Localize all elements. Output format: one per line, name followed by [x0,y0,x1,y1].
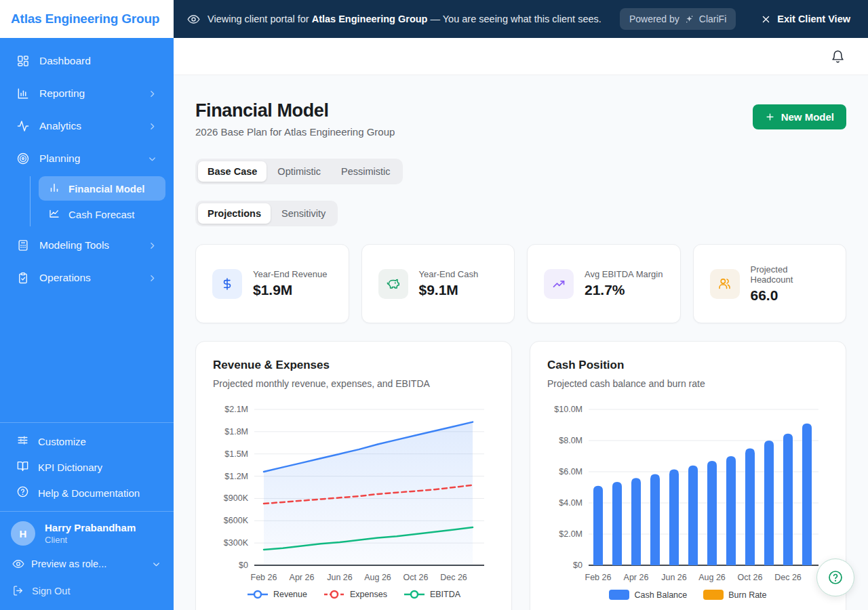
plus-icon [765,112,775,122]
sidebar-item-label: Reporting [39,87,85,100]
main-area: Financial Model 2026 Base Plan for Atlas… [174,38,868,610]
trending-up-icon [544,269,574,299]
help-circle-icon [16,485,29,500]
view-tabs: Projections Sensitivity [195,201,338,226]
cash-position-chart: $10.0M$8.0M$6.0M$4.0M$2.0M$0Feb 26Apr 26… [547,401,828,586]
svg-text:$0: $0 [573,561,583,570]
new-model-button[interactable]: New Model [753,104,846,129]
sidebar-item-modeling-tools[interactable]: Modeling Tools [8,229,165,262]
svg-text:Dec 26: Dec 26 [440,573,467,582]
kpi-card-projected-headcount: Projected Headcount 66.0 [693,244,847,323]
book-open-icon [16,460,29,474]
sidebar-item-label: Financial Model [68,183,145,195]
tab-pessimistic[interactable]: Pessimistic [332,161,400,182]
kpi-card-year-end-cash: Year-End Cash $9.1M [361,244,515,323]
kpi-card-avg-ebitda-margin: Avg EBITDA Margin 21.7% [527,244,681,323]
activity-icon [16,119,30,133]
brand-logo-text: Atlas Engineering Group [11,12,159,26]
preview-as-role-select[interactable]: Preview as role... [11,558,163,570]
svg-text:Dec 26: Dec 26 [774,573,802,582]
tab-optimistic[interactable]: Optimistic [268,161,330,182]
target-icon [16,152,30,165]
sidebar-item-label: KPI Dictionary [38,462,102,473]
question-circle-icon [827,569,844,586]
sidebar-item-dashboard[interactable]: Dashboard [8,45,165,77]
chevron-right-icon [147,89,157,99]
legend-item: Expenses [323,590,387,599]
sidebar-item-customize[interactable]: Customize [8,428,165,454]
exit-client-view-button[interactable]: Exit Client View [761,14,850,24]
sidebar-item-cash-forecast[interactable]: Cash Forecast [39,202,165,226]
svg-text:$300K: $300K [224,538,249,548]
sidebar: Dashboard Reporting Analytics Planning F… [0,38,174,610]
sidebar-item-operations[interactable]: Operations [8,262,165,294]
client-name: Atlas Engineering Group [312,14,428,24]
legend-item: Cash Balance [609,590,687,600]
sidebar-item-kpi-dictionary[interactable]: KPI Dictionary [8,454,165,480]
user-name: Harry Prabandham [45,522,136,533]
svg-text:$1.8M: $1.8M [224,427,248,436]
svg-text:$6.0M: $6.0M [559,467,583,476]
svg-text:$10.0M: $10.0M [554,405,583,414]
svg-text:$600K: $600K [224,516,249,525]
dollar-sign-icon [212,269,242,299]
clipboard-check-icon [16,271,30,285]
sidebar-item-reporting[interactable]: Reporting [8,77,165,110]
kpi-value: 21.7% [585,282,663,298]
svg-text:Feb 26: Feb 26 [585,573,612,582]
cash-position-chart-card: Cash Position Projected cash balance and… [530,341,846,610]
sidebar-item-financial-model[interactable]: Financial Model [39,176,165,201]
tab-base-case[interactable]: Base Case [198,161,267,182]
revenue-expenses-chart-card: Revenue & Expenses Projected monthly rev… [195,341,512,610]
sidebar-item-help-documentation[interactable]: Help & Documentation [8,480,165,506]
column-chart-icon [48,182,60,196]
impersonation-message: Viewing client portal for Atlas Engineer… [208,14,601,24]
svg-text:Jun 26: Jun 26 [661,573,687,582]
help-fab-button[interactable] [816,558,854,596]
sign-out-button[interactable]: Sign Out [11,585,163,601]
svg-text:$2.1M: $2.1M [224,405,248,414]
sidebar-item-analytics[interactable]: Analytics [8,110,165,142]
kpi-label: Year-End Cash [419,269,479,279]
sidebar-item-planning[interactable]: Planning [8,142,165,175]
sidebar-item-label: Planning [39,152,80,165]
chevron-down-icon [147,154,157,164]
kpi-cards: Year-End Revenue $1.9M Year-End Cash $9.… [195,244,846,323]
svg-text:$8.0M: $8.0M [559,436,583,445]
sidebar-item-label: Modeling Tools [39,239,109,251]
svg-text:Oct 26: Oct 26 [738,573,763,582]
sidebar-item-label: Dashboard [39,55,91,67]
sign-out-label: Sign Out [32,586,70,596]
main-header [174,38,868,75]
svg-text:$4.0M: $4.0M [559,498,583,508]
svg-text:Oct 26: Oct 26 [403,573,429,582]
svg-text:Feb 26: Feb 26 [251,573,277,582]
svg-text:$1.2M: $1.2M [224,472,248,481]
page-content: Financial Model 2026 Base Plan for Atlas… [174,75,868,610]
kpi-label: Year-End Revenue [253,269,327,279]
bar-chart-icon [16,87,30,100]
sidebar-item-label: Operations [39,272,91,284]
piggy-bank-icon [378,269,408,299]
legend-item: EBITDA [403,590,460,599]
sign-out-icon [12,585,24,596]
charts-row: Revenue & Expenses Projected monthly rev… [195,341,846,610]
brand-logo: Atlas Engineering Group [0,0,174,38]
chevron-right-icon [147,241,157,251]
svg-text:$900K: $900K [224,493,249,503]
chevron-down-icon [151,559,161,569]
svg-text:Jun 26: Jun 26 [327,573,353,582]
cash-position-legend: Cash BalanceBurn Rate [547,590,829,600]
svg-text:Aug 26: Aug 26 [364,573,391,582]
sidebar-item-label: Cash Forecast [68,209,135,220]
svg-text:$1.5M: $1.5M [224,449,248,459]
tab-projections[interactable]: Projections [198,203,271,224]
user-role: Client [45,535,136,545]
notification-bell-icon[interactable] [831,49,845,64]
powered-by-chip[interactable]: Powered by ClariFi [620,8,736,30]
kpi-value: 66.0 [751,287,830,304]
chart-subtitle: Projected monthly revenue, expenses, and… [213,378,494,389]
chevron-right-icon [147,273,157,283]
tab-sensitivity[interactable]: Sensitivity [272,203,335,224]
revenue-expenses-chart: $2.1M$1.8M$1.5M$1.2M$900K$600K$300K$0Feb… [213,401,494,586]
